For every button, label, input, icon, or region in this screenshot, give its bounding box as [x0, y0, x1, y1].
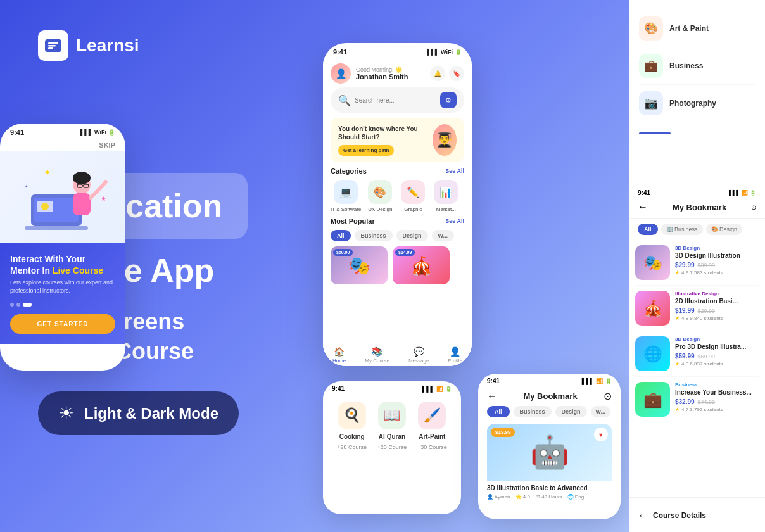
rp-stars-2: ★	[675, 315, 680, 321]
rp-back-arrow[interactable]: ←	[638, 201, 648, 213]
rp-price-1: $29.99	[675, 262, 695, 269]
rp-course-2[interactable]: 🎪 Illustrative Design 2D Illustration Ba…	[635, 286, 759, 331]
banner-content: You don't know where You Should Start? G…	[338, 125, 433, 156]
filter-more-bottom[interactable]: W...	[591, 406, 611, 417]
course-rating-bottom: ⭐ 4.9	[515, 494, 530, 500]
search-icon: 🔍	[338, 94, 351, 106]
photography-icon: 📷	[639, 91, 663, 115]
filter-business-bottom[interactable]: Business	[514, 406, 552, 417]
filter-tabs: All Business Design W...	[331, 230, 464, 241]
phone-categories-bottom: 9:41 ▌▌▌📶🔋 🍳 Cooking +28 Course 📖 AI Qur…	[323, 381, 461, 514]
bookmark-icon[interactable]: 🔖	[449, 66, 464, 81]
banner-card: You don't know where You Should Start? G…	[331, 118, 464, 162]
featured-course-bottom[interactable]: 🤖 $19.99 ♥ 3D Illustration Basic to Adva…	[487, 424, 612, 504]
bookmark-heart-bottom[interactable]: ♥	[594, 428, 608, 441]
onboarding-blue-section: Interact With Your Mentor In Live Course…	[0, 243, 125, 344]
course-nav-icon: 📚	[372, 346, 382, 357]
course-card-2[interactable]: $14.99 🎪	[393, 246, 450, 284]
rp-stars-4: ★	[675, 407, 680, 412]
bottom-cat-cooking[interactable]: 🍳 Cooking +28 Course	[337, 402, 367, 450]
course-cards: $60.00 🎭 $14.99 🎪	[331, 246, 464, 284]
nav-home[interactable]: 🏠 Home	[332, 346, 346, 364]
categories-title: Categories	[331, 167, 367, 175]
filter-all-bottom[interactable]: All	[487, 406, 510, 417]
filter-business[interactable]: Business	[355, 230, 393, 241]
rp-more-icon[interactable]: ⊙	[751, 204, 756, 211]
get-started-button[interactable]: GET STARTED	[10, 314, 115, 334]
category-market[interactable]: 📊 Market...	[432, 180, 460, 212]
quran-label: AI Quran	[379, 433, 405, 440]
course-card-1[interactable]: $60.00 🎭	[331, 246, 388, 284]
onboarding-illustration: ✦ ★ +	[0, 151, 125, 243]
rp-art-paint[interactable]: 🎨 Art & Paint	[639, 10, 755, 48]
status-time-3: 9:41	[332, 385, 345, 392]
pagination-dots	[10, 303, 115, 307]
status-icons-4: ▌▌▌📶🔋	[582, 378, 612, 384]
more-icon-bottom[interactable]: ⊙	[604, 390, 612, 402]
categories-see-all[interactable]: See All	[445, 168, 464, 174]
category-graphic[interactable]: ✏️ Graphic	[399, 180, 427, 212]
category-icon-market: 📊	[434, 180, 458, 204]
category-it-software[interactable]: 💻 IT & Software	[331, 180, 361, 212]
course-card-img-1: $60.00 🎭	[331, 246, 388, 284]
rp-photography[interactable]: 📷 Photography	[639, 85, 755, 122]
rp-orig-price-4: $44.99	[698, 399, 716, 405]
greeting-text: Good Morning! 🌟	[356, 66, 408, 73]
art-count: +30 Course	[417, 444, 447, 450]
rp-course-3[interactable]: 🌐 3D Design Pro 3D Design Illustra... $5…	[635, 331, 759, 377]
cd-back-arrow[interactable]: ←	[638, 510, 648, 521]
filter-design-bottom[interactable]: Design	[555, 406, 587, 417]
rp-course-thumb-4: 💼	[635, 382, 670, 417]
rp-course-4[interactable]: 💼 Business Increase Your Business... $32…	[635, 377, 759, 422]
filter-button[interactable]: ⚙	[440, 92, 457, 108]
category-icon-ux: 🎨	[368, 180, 392, 204]
filter-more[interactable]: W...	[432, 230, 455, 241]
skip-button[interactable]: SKIP	[0, 139, 125, 151]
banner-illustration: 👨‍🎓	[433, 124, 457, 156]
svg-text:+: +	[25, 184, 28, 189]
rp-course-badge-4: Business	[675, 382, 752, 388]
art-paint-label: Art & Paint	[669, 24, 709, 33]
rp-filter-all[interactable]: All	[638, 224, 658, 235]
nav-profile[interactable]: 👤 Profile	[448, 346, 462, 364]
bottom-cat-quran[interactable]: 📖 AI Quran +20 Course	[377, 402, 407, 450]
category-ux-design[interactable]: 🎨 UX Design	[366, 180, 394, 212]
bottom-cat-art[interactable]: 🖌️ Art-Paint +30 Course	[417, 402, 447, 450]
rp-course-thumb-1: 🎭	[635, 245, 670, 280]
rp-stars-3: ★	[675, 361, 680, 367]
most-popular-see-all[interactable]: See All	[445, 218, 464, 224]
filter-design[interactable]: Design	[396, 230, 428, 241]
rp-rating-1: ★ 4.9 7,583 students	[675, 270, 740, 276]
logo-icon	[38, 30, 68, 61]
rp-course-1[interactable]: 🎭 3D Design 3D Design Illustration $29.9…	[635, 240, 759, 286]
rp-course-thumb-3: 🌐	[635, 336, 670, 371]
back-arrow-bottom[interactable]: ←	[487, 391, 497, 402]
nav-my-course[interactable]: 📚 My Course	[365, 346, 389, 364]
categories-header: Categories See All	[331, 167, 464, 175]
course-price-2: $14.99	[395, 249, 415, 256]
svg-point-9	[73, 172, 91, 184]
search-input[interactable]	[355, 97, 436, 104]
status-icons-1: ▌▌▌WiFi🔋	[80, 129, 115, 136]
business-icon-right: 💼	[639, 54, 663, 78]
dot-2	[16, 303, 20, 307]
profile-nav-icon: 👤	[450, 346, 460, 357]
rp-course-name-4: Increase Your Business...	[675, 389, 752, 396]
home-nav-icon: 🏠	[334, 346, 345, 357]
rp-course-thumb-2: 🎪	[635, 291, 670, 326]
onboarding-title: Interact With Your Mentor In Live Course	[10, 253, 115, 276]
get-learning-button[interactable]: Get a learning path	[338, 145, 394, 156]
course-hours-bottom: ⏱ 48 Hours	[535, 494, 562, 500]
filter-all[interactable]: All	[331, 230, 351, 241]
rp-filter-design[interactable]: 🎨 Design	[706, 224, 743, 235]
nav-message[interactable]: 💬 Message	[408, 346, 429, 364]
notification-icon[interactable]: 🔔	[430, 66, 445, 81]
rp-filter-business[interactable]: 🏢 Business	[661, 224, 703, 235]
rp-business[interactable]: 💼 Business	[639, 48, 755, 85]
bottom-categories-content: 🍳 Cooking +28 Course 📖 AI Quran +20 Cour…	[323, 394, 461, 458]
greeting-icons: 🔔 🔖	[430, 66, 464, 81]
right-panel-top: 🎨 Art & Paint 💼 Business 📷 Photography	[629, 0, 765, 184]
rp-stars-1: ★	[675, 270, 680, 276]
nav-home-label: Home	[332, 358, 346, 364]
course-illustration-bottom: 🤖	[530, 434, 569, 471]
